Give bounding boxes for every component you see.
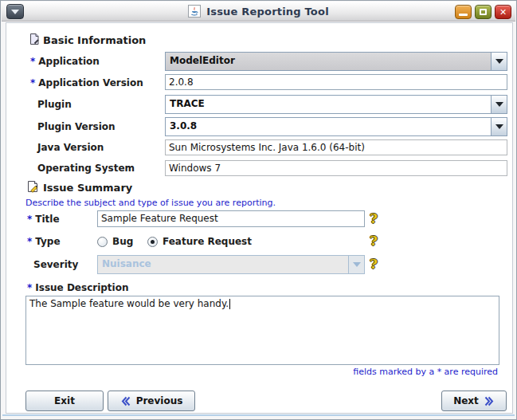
severity-label: Severity (33, 259, 78, 270)
required-marker: * (27, 282, 32, 293)
plugin-version-value: 3.0.8 (166, 118, 491, 135)
plugin-version-combobox[interactable]: 3.0.8 (165, 117, 507, 136)
chevron-down-icon (495, 124, 503, 129)
next-button-label: Next (453, 395, 479, 406)
plugin-dropdown-button[interactable] (491, 96, 507, 113)
window-bottom-accent (2, 414, 515, 416)
issue-description-text: The Sample feature would be very handy. (29, 298, 229, 309)
java-version-label: Java Version (37, 142, 104, 153)
severity-dropdown-button (348, 256, 364, 273)
severity-help-icon[interactable]: ? (370, 257, 378, 271)
window-controls: ✕ (455, 5, 511, 19)
close-button[interactable]: ✕ (495, 5, 511, 19)
content-panel: Basic Information *Application ModelEdit… (6, 22, 513, 414)
java-coffee-cup-icon (188, 5, 201, 18)
plugin-version-dropdown-button[interactable] (491, 118, 507, 135)
window-menu-button[interactable] (6, 4, 24, 19)
chevron-down-icon (353, 262, 361, 267)
java-version-field: Sun Microsystems Inc. Java 1.6.0 (64-bit… (165, 139, 507, 155)
required-marker: * (27, 214, 32, 225)
basic-info-heading: Basic Information (43, 34, 146, 46)
issue-summary-heading: Issue Summary (43, 182, 132, 194)
next-button[interactable]: Next (441, 391, 507, 411)
severity-value: Nuisance (98, 256, 348, 273)
application-dropdown-button[interactable] (491, 53, 507, 70)
maximize-icon (480, 9, 487, 15)
application-combobox[interactable]: ModelEditor (165, 52, 507, 71)
issue-description-label: *Issue Description (27, 282, 129, 293)
required-marker: * (27, 236, 32, 247)
application-version-input[interactable]: 2.0.8 (165, 74, 507, 90)
issue-reporting-window: Issue Reporting Tool ✕ Basic Information (0, 0, 517, 420)
type-feature-request-label[interactable]: Feature Request (163, 236, 252, 247)
plugin-combobox[interactable]: TRACE (165, 95, 507, 114)
title-bar: Issue Reporting Tool ✕ (2, 2, 515, 22)
previous-button-label: Previous (136, 395, 183, 406)
required-marker: * (30, 56, 35, 67)
window-title: Issue Reporting Tool (206, 6, 329, 18)
minimize-icon (459, 14, 468, 16)
exit-button-label: Exit (54, 395, 75, 406)
issue-summary-pencil-icon (25, 179, 40, 197)
plugin-version-label: Plugin Version (37, 121, 116, 132)
operating-system-label: Operating System (37, 163, 135, 174)
basic-info-page-icon (28, 33, 41, 49)
double-chevron-right-icon (484, 396, 495, 406)
required-fields-note: fields marked by a * are required (353, 367, 498, 377)
application-version-label: *Application Version (30, 77, 143, 88)
close-icon: ✕ (499, 8, 507, 17)
type-feature-request-radio[interactable] (147, 237, 158, 247)
type-bug-radio[interactable] (97, 237, 108, 247)
operating-system-field: Windows 7 (165, 160, 507, 176)
plugin-label: Plugin (37, 99, 72, 110)
title-group: Issue Reporting Tool (188, 5, 329, 18)
issue-description-textarea[interactable]: The Sample feature would be very handy. (25, 296, 499, 365)
type-help-icon[interactable]: ? (370, 234, 378, 248)
title-help-icon[interactable]: ? (370, 212, 378, 226)
chevron-down-icon (495, 59, 503, 64)
issue-summary-description: Describe the subject and type of issue y… (25, 198, 276, 208)
text-caret (229, 299, 230, 309)
maximize-button[interactable] (475, 5, 492, 19)
type-label: *Type (27, 236, 61, 247)
type-bug-label[interactable]: Bug (112, 236, 133, 247)
chevron-down-icon (495, 102, 503, 107)
double-chevron-left-icon (120, 396, 131, 406)
exit-button[interactable]: Exit (25, 391, 104, 411)
application-value: ModelEditor (166, 53, 491, 70)
title-label: *Title (27, 214, 60, 225)
application-label: *Application (30, 56, 100, 67)
minimize-button[interactable] (455, 5, 472, 19)
previous-button[interactable]: Previous (108, 391, 195, 411)
title-input[interactable]: Sample Feature Request (97, 210, 365, 227)
chevron-down-icon (11, 10, 19, 14)
plugin-value: TRACE (166, 96, 491, 113)
required-marker: * (30, 77, 35, 88)
severity-combobox: Nuisance (97, 255, 365, 274)
